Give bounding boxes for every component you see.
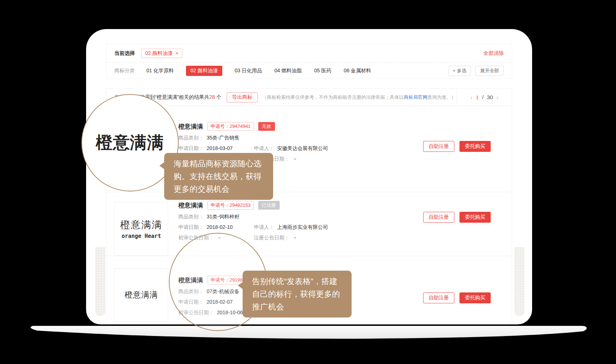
thumbnail-mark-subtext: orange Heart — [122, 233, 161, 239]
results-header: 当前分类下检索到“橙意满满”相关的结果共28 个 导出商标 （商标检索结果仅供参… — [106, 89, 512, 106]
category-field-label: 商品类别： — [178, 135, 204, 141]
magnified-trademark-text: 橙意满满 — [96, 132, 164, 154]
applicant-value: 上海雨步实业有限公司 — [277, 224, 328, 230]
application-number-value: 29482153 — [230, 202, 251, 208]
next-page-icon[interactable]: › — [496, 93, 498, 101]
disclaimer-text-post: 查询为准。） — [427, 94, 456, 100]
expand-all-button[interactable]: 展开全部 — [475, 66, 504, 76]
category-item-03[interactable]: 03 日化用品 — [235, 68, 262, 74]
reg-notice-label: 注册公告日期： — [254, 235, 289, 240]
clear-all-button[interactable]: 全部清除 — [483, 50, 504, 57]
status-badge-invalid: 无效 — [258, 122, 275, 131]
applicant-label: 申请人： — [254, 145, 274, 151]
application-number-label: 申请号： — [211, 202, 230, 208]
entrust-buy-button[interactable]: 委托购买 — [459, 292, 491, 303]
entrust-buy-button[interactable]: 委托购买 — [459, 141, 491, 152]
reg-notice-value: － — [292, 235, 297, 240]
category-field-value: 35类-广告销售 — [207, 135, 239, 141]
apply-date-label: 申请日期： — [178, 224, 204, 230]
results-disclaimer: （商标检索结果仅供参考，不作为商标能否注册的法律依据；具体以商标局官网查询为准。… — [262, 94, 456, 101]
self-register-button[interactable]: 自助注册 — [423, 141, 454, 152]
category-item-01[interactable]: 01 化学原料 — [146, 68, 174, 74]
self-register-button[interactable]: 自助注册 — [423, 292, 454, 303]
results-summary-suffix: 个 — [215, 94, 222, 100]
remove-tag-icon[interactable]: × — [175, 50, 178, 56]
trademark-thumbnail-2[interactable]: 橙意满满 orange Heart — [114, 202, 168, 256]
category-field-value: 31类-饲料种籽 — [207, 214, 239, 219]
category-item-04[interactable]: 04 燃料油脂 — [274, 68, 301, 74]
trademark-name: 橙意满满 — [178, 122, 203, 131]
laptop-base — [27, 324, 589, 343]
thumbnail-mark-text: 橙意满满 — [120, 218, 162, 231]
category-item-06[interactable]: 06 金属材料 — [344, 68, 371, 74]
thumbnail-mark-text: 橙意满满 — [125, 290, 158, 300]
application-number-value: 29474941 — [230, 124, 251, 129]
pagination: ‹ 1 / 30 › — [457, 89, 512, 106]
prev-page-icon[interactable]: ‹ — [470, 93, 473, 101]
right-dot-decoration — [514, 247, 524, 316]
category-field-label: 商品类别： — [178, 214, 204, 219]
application-number-label: 申请号： — [211, 124, 230, 129]
result-row-2: 橙意满满 orange Heart 橙意满满 申请号：29482153 已注册 … — [106, 192, 512, 256]
category-item-02-selected[interactable]: 02 颜料油漆 — [186, 66, 222, 76]
total-pages: 30 — [487, 94, 493, 100]
multi-select-button[interactable]: + 多选 — [448, 66, 471, 76]
results-count: 28 — [209, 94, 215, 100]
apply-date-value: 2018-02-10 — [207, 224, 233, 230]
current-selection-bar: 当前选择 02 颜料油漆 × 全部清除 — [106, 44, 512, 63]
tooltip-marketplace: 海量精品商标资源随心选购。支持在线交易，获得更多的交易机会 — [164, 153, 273, 200]
apply-date-value: 2018-03-07 — [207, 145, 233, 151]
apply-date-label: 申请日期： — [178, 145, 204, 151]
disclaimer-text-pre: （商标检索结果仅供参考，不作为商标能否注册的法律依据；具体以 — [262, 94, 404, 100]
category-bar-label: 商标分类 — [114, 68, 135, 74]
export-trademarks-button[interactable]: 导出商标 — [227, 92, 258, 102]
application-number-tag: 申请号：29474941 — [207, 122, 254, 131]
applicant-value: 安徽美达会展有限公司 — [277, 145, 328, 151]
trademark-thumbnail-3[interactable]: 橙意满满 — [114, 268, 168, 322]
tooltip-promotion: 告别传统“发表格”，搭建自己的标行，获得更多的推广机会 — [243, 271, 352, 318]
trademark-office-link[interactable]: 商标局官网 — [404, 94, 427, 100]
category-bar: 商标分类 01 化学原料 02 颜料油漆 03 日化用品 04 燃料油脂 05 … — [106, 63, 512, 79]
filter-card: 当前选择 02 颜料油漆 × 全部清除 商标分类 01 化学原料 02 颜料油漆… — [106, 44, 512, 79]
current-selection-label: 当前选择 — [114, 50, 135, 57]
trademark-name: 橙意满满 — [178, 201, 203, 210]
selected-filter-tag-text: 02 颜料油漆 — [145, 50, 173, 57]
left-dot-decoration — [95, 247, 105, 316]
status-badge-registered: 已注册 — [258, 201, 280, 210]
self-register-button[interactable]: 自助注册 — [423, 212, 454, 223]
category-item-05[interactable]: 05 医药 — [314, 68, 331, 74]
current-page: 1 — [476, 94, 479, 100]
page-separator: / — [482, 94, 483, 100]
reg-notice-value: － — [292, 156, 297, 162]
entrust-buy-button[interactable]: 委托购买 — [459, 212, 491, 223]
applicant-label: 申请人： — [254, 224, 274, 230]
selected-filter-tag[interactable]: 02 颜料油漆 × — [141, 49, 182, 58]
application-number-tag: 申请号：29482153 — [207, 201, 254, 210]
